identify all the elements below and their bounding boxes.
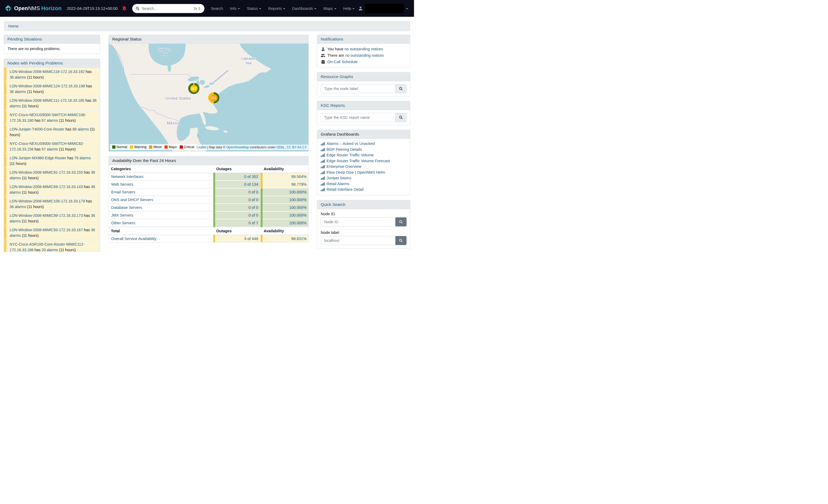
node-alarms-link[interactable]: 36 alarms xyxy=(10,90,26,94)
node-link[interactable]: LON-Juniper-T4000-Core-Router xyxy=(10,127,64,131)
search-input[interactable] xyxy=(141,6,192,11)
node-link[interactable]: LON-Window-2008-MIMIC93-172.16.33.167 xyxy=(10,228,83,232)
outages-cell[interactable]: 0 of 134 xyxy=(214,181,261,188)
column-header: Availability xyxy=(261,227,309,235)
outstanding-notices-link[interactable]: no outstanding notices xyxy=(344,47,383,51)
legend-swatch xyxy=(112,145,116,149)
attribution-link[interactable]: ODbL xyxy=(277,145,285,149)
outages-cell[interactable]: 0 of 0 xyxy=(214,212,261,219)
ksc-reports-search-input[interactable] xyxy=(321,113,395,122)
availability-cell[interactable]: 100.000% xyxy=(261,196,309,204)
ksc-reports-title[interactable]: KSC Reports xyxy=(317,101,410,110)
grafana-dashboard-link[interactable]: Retail Alarms xyxy=(327,181,349,187)
grafana-dashboard-link[interactable]: Enterprise Overview xyxy=(327,164,362,170)
availability-cell[interactable]: 99.504% xyxy=(261,173,309,181)
resource-graphs-search-button[interactable] xyxy=(395,84,407,93)
availability-cell[interactable]: 100.000% xyxy=(261,188,309,196)
grafana-dashboard-link[interactable]: Edge Router Traffic Volume xyxy=(327,152,374,158)
node-alarms-link[interactable]: 36 alarms xyxy=(10,204,26,209)
legend-item-critical: Critical xyxy=(180,145,194,149)
outages-cell[interactable]: 0 of 0 xyxy=(214,188,261,196)
grafana-dashboard-link[interactable]: Retail Interface Detail xyxy=(327,187,364,193)
grafana-dashboard-link[interactable]: Juniper basics xyxy=(327,175,351,181)
navbar-timestamp: 2022-04-29T15:15:12+00:00 xyxy=(67,6,118,11)
username-redacted[interactable] xyxy=(365,4,404,13)
outages-cell[interactable]: 0 of 0 xyxy=(214,196,261,204)
nav-item-status[interactable]: Status xyxy=(247,6,261,11)
category-link[interactable]: DNS and DHCP Servers xyxy=(111,198,153,202)
nodes-pending-problems-title[interactable]: Nodes with Pending Problems xyxy=(4,59,100,68)
node-label-input[interactable] xyxy=(321,236,395,245)
nav-item-maps[interactable]: Maps xyxy=(323,6,336,11)
category-link[interactable]: Email Servers xyxy=(111,190,135,194)
node-link[interactable]: LON-Window-2008-MIMIC124-172.16.33.198 xyxy=(10,84,85,88)
node-link[interactable]: LON-Window-2008-MIMIC69-172.16.33.143 xyxy=(10,185,83,189)
category-link[interactable]: Other Servers xyxy=(111,221,135,225)
node-id-input[interactable] xyxy=(321,217,395,226)
regional-status-map[interactable]: HudsonBayLabradorSeaUnited StatesMéxico … xyxy=(109,44,308,151)
ksc-reports-search-button[interactable] xyxy=(395,113,407,122)
node-link[interactable]: LON-Window-2008-MIMIC111-172.16.33.185 xyxy=(10,98,84,102)
outages-cell[interactable]: 3 of 448 xyxy=(214,235,261,242)
node-alarms-link[interactable]: 36 alarms xyxy=(10,75,26,79)
grafana-dashboard-link[interactable]: Alarms – Acked vs Unacked xyxy=(327,141,375,147)
availability-row: Database Servers0 of 0100.000% xyxy=(109,204,309,212)
attribution-link[interactable]: CC BY-SA 2.0 xyxy=(287,145,306,149)
user-icon xyxy=(321,47,325,51)
category-link[interactable]: Network Interfaces xyxy=(111,175,143,179)
outages-cell[interactable]: 0 of 302 xyxy=(214,173,261,181)
availability-cell[interactable]: 100.000% xyxy=(261,219,309,227)
node-alarms-link[interactable]: 78 alarms xyxy=(74,156,91,160)
attribution-link[interactable]: OpenStreetMap xyxy=(226,145,249,149)
on-call-schedule-link[interactable]: On-Call Schedule xyxy=(327,60,358,64)
node-id-search-button[interactable] xyxy=(395,217,407,226)
availability-cell[interactable]: 98.779% xyxy=(261,181,309,188)
grafana-dashboard-item: Juniper basics xyxy=(321,175,407,181)
category-link[interactable]: Database Servers xyxy=(111,205,142,210)
nav-item-dashboards[interactable]: Dashboards xyxy=(292,6,317,11)
nav-item-label: Search xyxy=(211,6,223,11)
availability-cell[interactable]: 100.000% xyxy=(261,212,309,219)
node-link[interactable]: LON-Window-2008-MIMIC81-172.16.33.155 xyxy=(10,170,83,175)
grafana-dashboard-link[interactable]: BGP Peering Details xyxy=(327,147,362,153)
legend-label: Minor xyxy=(153,145,162,149)
node-link[interactable]: LON-Window-2008-MIMIC99-172.16.33.173 xyxy=(10,213,83,218)
brand-logo[interactable]: OpenNMSHorizon xyxy=(5,5,61,12)
grafana-dashboard-link[interactable]: Edge Router Traffic Volume Forecast xyxy=(327,158,390,164)
grafana-dashboard-link[interactable]: Flow Deep Dive | OpenNMS Helm xyxy=(327,170,385,176)
node-alarms-link[interactable]: 67 alarms xyxy=(42,118,58,123)
notifications-title[interactable]: Notifications xyxy=(317,35,410,44)
availability-cell[interactable]: 98.631% xyxy=(261,235,309,242)
node-alarms-link[interactable]: 67 alarms xyxy=(42,147,58,151)
nav-item-info[interactable]: Info xyxy=(230,6,240,11)
category-link[interactable]: Overall Service Availability xyxy=(111,236,157,241)
map-cluster-marker[interactable]: 117 xyxy=(188,83,199,94)
map-cluster-marker[interactable]: 111 xyxy=(208,92,219,103)
node-link[interactable]: LON-Juniper-MX960-Edge-Router xyxy=(10,156,66,160)
outages-cell[interactable]: 0 of 0 xyxy=(214,204,261,212)
legend-label: Major xyxy=(169,145,177,149)
legend-label: Warning xyxy=(134,145,147,149)
attribution-link[interactable]: Leaflet xyxy=(197,145,206,149)
pending-situations-title[interactable]: Pending Situations xyxy=(4,35,100,44)
availability-cell[interactable]: 100.000% xyxy=(261,204,309,212)
bell-slash-icon[interactable] xyxy=(122,6,127,11)
node-alarms-link[interactable]: 20 alarms xyxy=(42,248,58,252)
nav-item-search[interactable]: Search xyxy=(211,6,223,11)
nav-item-help[interactable]: Help xyxy=(343,6,355,11)
node-problem-item: LON-Juniper-MX960-Edge-Router has 78 ala… xyxy=(4,153,100,168)
resource-graphs-search-input[interactable] xyxy=(321,84,395,93)
node-link[interactable]: LON-Window-2008-MIMIC118-172.16.33.192 xyxy=(10,70,84,74)
category-link[interactable]: Web Servers xyxy=(111,182,133,186)
nav-item-reports[interactable]: Reports xyxy=(268,6,285,11)
breadcrumb-home-link[interactable]: Home xyxy=(8,24,19,28)
node-label-search-button[interactable] xyxy=(395,236,407,245)
outages-cell[interactable]: 0 of 7 xyxy=(214,219,261,227)
node-alarms-link[interactable]: 88 alarms xyxy=(73,127,89,131)
node-link[interactable]: LON-Window-2008-MIMIC105-172.16.33.179 xyxy=(10,199,85,203)
outstanding-notices-link[interactable]: no outstanding notices xyxy=(345,53,384,57)
category-link[interactable]: JMX Servers xyxy=(111,213,133,217)
resource-graphs-title[interactable]: Resource Graphs xyxy=(317,73,410,81)
quick-search-title[interactable]: Quick Search xyxy=(317,200,410,209)
grafana-dashboard-item: Edge Router Traffic Volume Forecast xyxy=(321,158,407,164)
